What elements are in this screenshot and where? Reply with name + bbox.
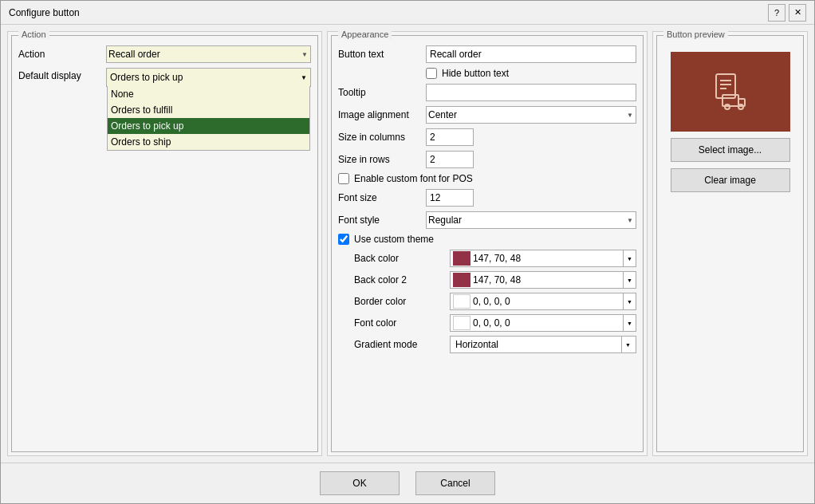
action-select-wrapper[interactable]: Recall order xyxy=(106,45,311,63)
button-preview-panel: Button preview xyxy=(652,31,808,456)
enable-custom-font-row: Enable custom font for POS xyxy=(338,173,636,184)
dropdown-item-none[interactable]: None xyxy=(108,86,309,102)
use-custom-theme-row: Use custom theme xyxy=(338,234,636,245)
dropdown-item-fulfill[interactable]: Orders to fulfill xyxy=(108,102,309,118)
default-display-value[interactable]: Orders to pick up ▼ xyxy=(107,69,310,86)
color-fields-section: Back color 147, 70, 48 ▼ Back color 2 xyxy=(338,250,636,353)
back-color2-row: Back color 2 147, 70, 48 ▼ xyxy=(354,271,636,289)
border-color-text: 0, 0, 0, 0 xyxy=(473,296,623,307)
hide-button-text-row: Hide button text xyxy=(426,68,636,79)
back-color-label: Back color xyxy=(354,253,450,264)
border-color-arrow-icon[interactable]: ▼ xyxy=(623,293,636,309)
font-color-arrow-icon[interactable]: ▼ xyxy=(623,315,636,331)
tooltip-row: Tooltip xyxy=(338,84,636,101)
size-columns-label: Size in columns xyxy=(338,132,426,143)
font-color-row: Font color 0, 0, 0, 0 ▼ xyxy=(354,314,636,332)
font-color-swatch xyxy=(453,316,470,330)
dialog-body: Action Action Recall order Default displ xyxy=(1,25,814,463)
size-rows-row: Size in rows xyxy=(338,151,636,168)
hide-button-text-label: Hide button text xyxy=(442,68,509,79)
font-color-text: 0, 0, 0, 0 xyxy=(473,317,623,329)
font-size-input[interactable] xyxy=(426,189,474,207)
preview-box xyxy=(671,52,790,132)
tooltip-label: Tooltip xyxy=(338,87,426,98)
action-select[interactable]: Recall order xyxy=(106,45,311,63)
dropdown-item-ship[interactable]: Orders to ship xyxy=(108,134,309,150)
back-color-row: Back color 147, 70, 48 ▼ xyxy=(354,250,636,267)
size-rows-label: Size in rows xyxy=(338,154,426,165)
enable-custom-font-checkbox[interactable] xyxy=(338,173,349,184)
font-style-row: Font style Regular xyxy=(338,211,636,229)
action-label: Action xyxy=(18,49,106,60)
preview-icon xyxy=(711,73,750,111)
gradient-mode-text: Horizontal xyxy=(452,339,621,350)
appearance-panel: Appearance Button text Hide button text xyxy=(327,31,648,456)
default-display-row: Default display Orders to pick up ▼ None… xyxy=(18,68,311,87)
enable-custom-font-label: Enable custom font for POS xyxy=(354,173,473,184)
back-color-swatch xyxy=(453,251,470,266)
image-alignment-row: Image alignment Center xyxy=(338,106,636,124)
back-color2-arrow-icon[interactable]: ▼ xyxy=(623,272,636,288)
back-color2-swatch xyxy=(453,273,470,287)
configure-button-dialog: Configure button ? ✕ Action Action Recal… xyxy=(0,0,815,504)
button-preview-title: Button preview xyxy=(663,30,728,39)
help-button[interactable]: ? xyxy=(768,4,785,22)
title-bar-controls: ? ✕ xyxy=(768,4,806,22)
back-color2-wrapper[interactable]: 147, 70, 48 ▼ xyxy=(450,271,636,289)
appearance-panel-title: Appearance xyxy=(338,30,392,39)
font-size-label: Font size xyxy=(338,192,426,203)
select-image-button[interactable]: Select image... xyxy=(671,138,790,162)
action-panel-content: Action Recall order Default display Ord xyxy=(12,36,317,98)
action-field-row: Action Recall order xyxy=(18,45,311,63)
dropdown-item-pickup[interactable]: Orders to pick up xyxy=(108,118,309,134)
close-button[interactable]: ✕ xyxy=(789,4,806,22)
gradient-mode-wrapper[interactable]: Horizontal ▼ xyxy=(450,336,636,353)
back-color-wrapper[interactable]: 147, 70, 48 ▼ xyxy=(450,250,636,267)
dropdown-list: None Orders to fulfill Orders to pick up… xyxy=(107,86,310,151)
dialog-footer: OK Cancel xyxy=(1,463,814,503)
button-text-label: Button text xyxy=(338,49,426,60)
action-panel: Action Action Recall order Default displ xyxy=(7,31,322,456)
back-color2-label: Back color 2 xyxy=(354,274,450,285)
back-color2-text: 147, 70, 48 xyxy=(473,274,623,285)
clear-image-button[interactable]: Clear image xyxy=(671,168,790,192)
button-text-input[interactable] xyxy=(426,45,636,63)
dropdown-arrow-icon: ▼ xyxy=(301,74,307,81)
size-columns-input[interactable] xyxy=(426,128,474,146)
image-alignment-wrapper[interactable]: Center xyxy=(426,106,636,124)
image-alignment-select[interactable]: Center xyxy=(426,106,636,124)
gradient-mode-row: Gradient mode Horizontal ▼ xyxy=(354,336,636,353)
font-color-wrapper[interactable]: 0, 0, 0, 0 ▼ xyxy=(450,314,636,332)
dialog-title: Configure button xyxy=(9,7,80,18)
title-bar: Configure button ? ✕ xyxy=(1,1,814,25)
font-style-wrapper[interactable]: Regular xyxy=(426,211,636,229)
button-text-row: Button text xyxy=(338,45,636,63)
font-style-select[interactable]: Regular xyxy=(426,211,636,229)
default-display-dropdown[interactable]: Orders to pick up ▼ None Orders to fulfi… xyxy=(106,68,311,87)
size-columns-row: Size in columns xyxy=(338,128,636,146)
ok-button[interactable]: OK xyxy=(320,471,400,495)
gradient-mode-arrow-icon[interactable]: ▼ xyxy=(621,337,634,352)
font-size-row: Font size xyxy=(338,189,636,207)
default-display-label: Default display xyxy=(18,70,106,81)
action-panel-title: Action xyxy=(18,30,49,39)
size-rows-input[interactable] xyxy=(426,151,474,168)
button-preview-content: Select image... Clear image xyxy=(657,36,803,205)
back-color-text: 147, 70, 48 xyxy=(473,253,623,264)
svg-rect-4 xyxy=(722,95,738,106)
font-color-label: Font color xyxy=(354,317,450,329)
cancel-button[interactable]: Cancel xyxy=(415,471,495,495)
image-alignment-label: Image alignment xyxy=(338,109,426,120)
tooltip-input[interactable] xyxy=(426,84,636,101)
border-color-label: Border color xyxy=(354,296,450,307)
use-custom-theme-checkbox[interactable] xyxy=(338,234,349,245)
font-style-label: Font style xyxy=(338,215,426,226)
preview-area: Select image... Clear image xyxy=(663,45,797,199)
border-color-swatch xyxy=(453,294,470,309)
border-color-wrapper[interactable]: 0, 0, 0, 0 ▼ xyxy=(450,293,636,310)
back-color-arrow-icon[interactable]: ▼ xyxy=(623,250,636,266)
hide-button-text-checkbox[interactable] xyxy=(426,68,437,79)
appearance-panel-content: Button text Hide button text Tooltip xyxy=(332,36,643,364)
gradient-mode-label: Gradient mode xyxy=(354,339,450,350)
border-color-row: Border color 0, 0, 0, 0 ▼ xyxy=(354,293,636,310)
